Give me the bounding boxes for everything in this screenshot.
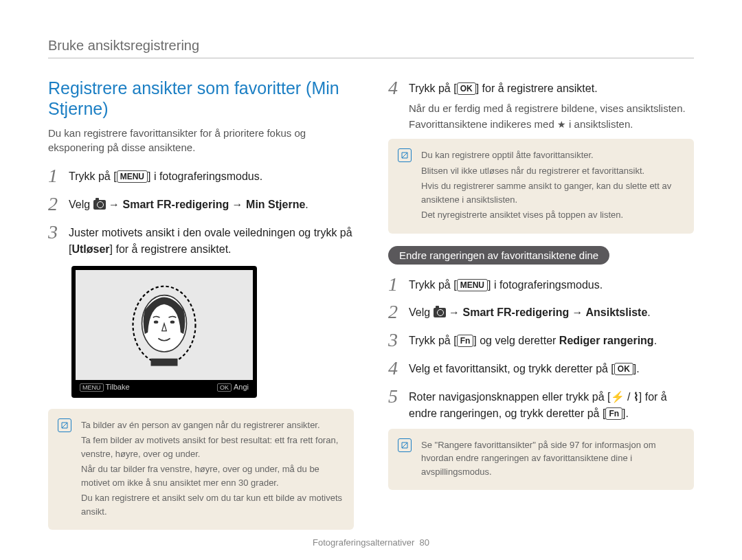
step-text: Velg et favorittansikt, og trykk derette… — [409, 358, 640, 377]
star-icon: ★ — [557, 119, 566, 130]
step-number: 2 — [48, 194, 69, 215]
ok-button-label: OK — [457, 82, 476, 95]
r-step-5: 5 Roter navigasjonsknappen eller trykk p… — [388, 386, 694, 422]
screen-footer: MENUTilbake OKAngi — [76, 380, 253, 394]
section-title: Registrere ansikter som favoritter (Min … — [48, 78, 354, 119]
sub-section-header: Endre rangeringen av favorittansiktene d… — [388, 246, 609, 265]
intro-text: Du kan registrere favorittansikter for å… — [48, 126, 354, 155]
fn-button-label: Fn — [605, 407, 622, 420]
menu-btn-icon: MENU — [80, 383, 104, 392]
r-step-1: 1 Trykk på [MENU] i fotograferingsmodus. — [388, 274, 694, 295]
note-icon — [398, 148, 412, 162]
step-number: 4 — [388, 78, 409, 99]
step-2: 2 Velg → Smart FR-redigering → Min Stjer… — [48, 194, 354, 215]
note-icon — [398, 438, 412, 452]
wifi-icon: ⌇ — [633, 391, 639, 403]
content-columns: Registrere ansikter som favoritter (Min … — [48, 78, 694, 530]
camera-icon — [434, 308, 446, 317]
note-icon — [58, 418, 71, 432]
fn-button-label: Fn — [457, 335, 474, 347]
step-text: Velg → Smart FR-redigering → Min Stjerne… — [69, 194, 308, 213]
step-1: 1 Trykk på [MENU] i fotograferingsmodus. — [48, 166, 354, 187]
step-number: 5 — [388, 386, 409, 407]
face-illustration — [120, 280, 209, 370]
right-column: 4 Trykk på [OK] for å registrere ansikte… — [388, 78, 694, 530]
r-step-2: 2 Velg → Smart FR-redigering → Ansiktsli… — [388, 302, 694, 323]
step-text: Trykk på [Fn] og velg deretter Rediger r… — [409, 330, 657, 349]
step-3: 3 Juster motivets ansikt i den ovale vei… — [48, 222, 354, 258]
step-text: Trykk på [MENU] i fotograferingsmodus. — [409, 274, 603, 293]
step-number: 2 — [388, 302, 409, 323]
flash-icon: ⚡ — [611, 391, 625, 403]
step-text: Juster motivets ansikt i den ovale veile… — [69, 222, 354, 258]
left-column: Registrere ansikter som favoritter (Min … — [48, 78, 354, 530]
step-number: 1 — [48, 166, 69, 187]
r-step-3: 3 Trykk på [Fn] og velg deretter Rediger… — [388, 330, 694, 351]
face-preview — [76, 270, 253, 380]
info-note-right-2: Se "Rangere favorittansikter" på side 97… — [388, 429, 694, 491]
camera-icon — [93, 200, 106, 210]
svg-point-2 — [154, 320, 159, 323]
step-text: Roter navigasjonsknappen eller trykk på … — [409, 386, 694, 422]
step-text: Trykk på [MENU] i fotograferingsmodus. — [69, 166, 262, 185]
info-note-left: Ta bilder av én person av gangen når du … — [48, 409, 354, 530]
menu-button-label: MENU — [457, 279, 488, 291]
svg-point-3 — [170, 320, 175, 323]
step-number: 1 — [388, 274, 409, 295]
step-4: 4 Trykk på [OK] for å registrere ansikte… — [388, 78, 694, 132]
page-header: Bruke ansiktsregistrering — [48, 38, 694, 58]
step-number: 3 — [388, 330, 409, 351]
step-text: Trykk på [OK] for å registrere ansiktet.… — [409, 78, 686, 132]
step-text: Velg → Smart FR-redigering → Ansiktslist… — [409, 302, 651, 321]
face-registration-screen: MENUTilbake OKAngi — [71, 266, 257, 398]
ok-btn-icon: OK — [217, 383, 232, 392]
svg-rect-4 — [151, 358, 178, 366]
step-number: 3 — [48, 222, 69, 243]
menu-button-label: MENU — [117, 170, 148, 183]
page-footer: Fotograferingsalternativer 80 — [0, 537, 742, 548]
ok-button-label: OK — [614, 363, 633, 375]
info-note-right-1: Du kan registrere opptil åtte favorittan… — [388, 139, 694, 234]
r-step-4: 4 Velg et favorittansikt, og trykk deret… — [388, 358, 694, 379]
step-number: 4 — [388, 358, 409, 379]
